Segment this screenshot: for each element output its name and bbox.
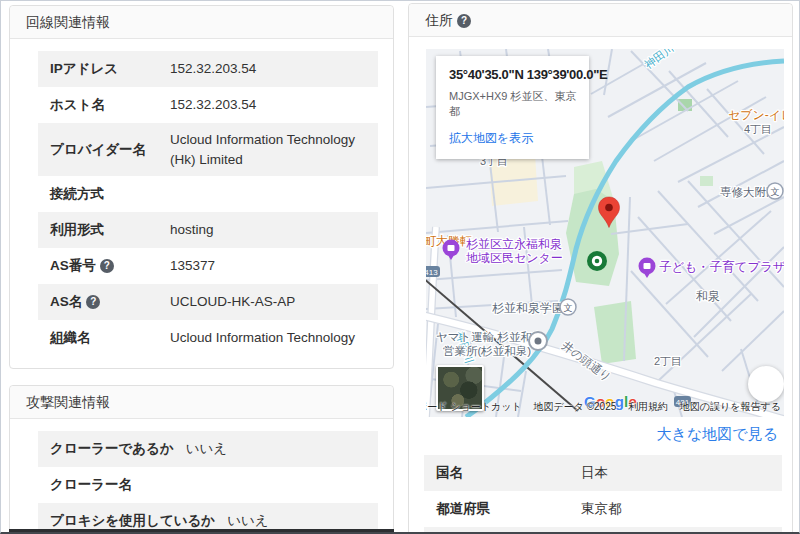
- row-label: IPアドレス: [50, 59, 170, 79]
- route-badge-413: 413: [426, 266, 440, 277]
- poi-label-yamato[interactable]: 営業所(杉並和泉): [443, 345, 531, 357]
- report-error-link[interactable]: 地図の誤りを報告する: [680, 401, 781, 412]
- plus-code-text: MJGX+HX9 杉並区、東京都: [449, 89, 577, 119]
- card-attack-info-title: 攻撃関連情報: [10, 386, 393, 419]
- row-label: クローラーであるか: [50, 439, 186, 459]
- table-row: プロバイダー名 Ucloud Information Technology (H…: [38, 123, 378, 176]
- card-attack-info-body: クローラーであるか いいえ クローラー名 プロキシを使用しているか いいえ: [10, 419, 393, 534]
- table-row: AS名? UCLOUD-HK-AS-AP: [38, 284, 378, 320]
- pan-right-arrow-icon: [771, 380, 779, 388]
- svg-text:文: 文: [771, 187, 780, 197]
- row-label: AS名?: [50, 292, 170, 312]
- row-value: UCLOUD-HK-AS-AP: [170, 292, 366, 312]
- help-icon[interactable]: ?: [457, 14, 471, 28]
- card-line-info: 回線関連情報 IPアドレス 152.32.203.54 ホスト名 152.32.…: [9, 5, 394, 369]
- card-line-info-title: 回線関連情報: [10, 6, 393, 39]
- row-label: AS番号?: [50, 256, 170, 276]
- school-icon[interactable]: 文: [560, 299, 576, 315]
- poi-label-kodomo-plaza[interactable]: 子ども・子育てプラザ和泉: [659, 259, 784, 274]
- row-label: 接続方式: [50, 184, 170, 204]
- bottom-divider: [9, 529, 394, 534]
- card-attack-info: 攻撃関連情報 クローラーであるか いいえ クローラー名 プロキシを使用しているか…: [9, 385, 394, 534]
- help-icon[interactable]: ?: [86, 295, 100, 309]
- park-marker-icon[interactable]: [587, 251, 607, 271]
- svg-text:413: 413: [426, 268, 438, 277]
- map-data-attribution: 地図データ ©2025: [533, 401, 616, 412]
- poi-label-kumin-center[interactable]: 杉並区立永福和泉: [466, 237, 562, 251]
- row-value: いいえ: [227, 511, 366, 531]
- pan-left-arrow-icon: [753, 380, 761, 388]
- terms-link[interactable]: 利用規約: [628, 401, 668, 412]
- row-label: プロバイダー名: [50, 140, 170, 160]
- school-icon[interactable]: 文: [767, 183, 783, 199]
- table-row: クローラー名: [38, 467, 378, 503]
- map-footer: キーボード ショートカット 地図データ ©2025 利用規約 地図の誤りを報告す…: [426, 400, 781, 414]
- ip-info-page: 回線関連情報 IPアドレス 152.32.203.54 ホスト名 152.32.…: [0, 0, 800, 534]
- google-map[interactable]: 413 431 神田川 神田川 3丁目 セブン-イレブ 4丁目 専修大附高: [426, 49, 784, 417]
- table-row: クローラーであるか いいえ: [38, 431, 378, 467]
- table-row: 利用形式 hosting: [38, 212, 378, 248]
- table-row: 都道府県 東京都: [424, 491, 782, 527]
- table-row: 組織名 Ucloud Information Technology: [38, 320, 378, 356]
- table-row: 接続方式: [38, 176, 378, 212]
- card-address-title: 住所?: [409, 4, 792, 37]
- district-label: 4丁目: [744, 123, 772, 135]
- poi-label-izumi-gakuen[interactable]: 杉並和泉学園: [492, 301, 564, 315]
- card-line-info-body: IPアドレス 152.32.203.54 ホスト名 152.32.203.54 …: [10, 39, 393, 368]
- address-table: 国名 日本 都道府県 東京都: [424, 455, 782, 534]
- map-green-patch: [700, 176, 713, 186]
- enlarge-map-link[interactable]: 拡大地図を表示: [449, 130, 533, 147]
- row-label: 組織名: [50, 328, 170, 348]
- transport-icon[interactable]: [529, 332, 547, 350]
- row-value: 152.32.203.54: [170, 95, 366, 115]
- row-value: 152.32.203.54: [170, 59, 366, 79]
- row-value: Ucloud Information Technology: [170, 328, 366, 348]
- row-value: hosting: [170, 220, 366, 240]
- row-label: 都道府県: [436, 499, 581, 519]
- pan-down-arrow-icon: [762, 389, 770, 397]
- row-value: いいえ: [186, 439, 366, 459]
- table-row: 国名 日本: [424, 455, 782, 491]
- pan-control[interactable]: [748, 366, 784, 402]
- svg-text:文: 文: [564, 303, 573, 313]
- help-icon[interactable]: ?: [100, 259, 114, 273]
- pan-up-arrow-icon: [762, 371, 770, 379]
- row-value: Ucloud Information Technology (Hk) Limit…: [170, 130, 366, 169]
- table-row: IPアドレス 152.32.203.54: [38, 51, 378, 87]
- row-label: ホスト名: [50, 95, 170, 115]
- district-label: 和泉: [696, 289, 720, 303]
- table-row: [424, 527, 782, 534]
- row-value: 日本: [581, 463, 770, 483]
- poi-label-seven-eleven[interactable]: セブン-イレブ: [728, 108, 784, 122]
- map-info-card: 35°40'35.0"N 139°39'00.0"E MJGX+HX9 杉並区、…: [436, 56, 589, 159]
- row-label: 利用形式: [50, 220, 170, 240]
- table-row: AS番号? 135377: [38, 248, 378, 284]
- poi-label-kumin-center[interactable]: 地域区民センター: [466, 251, 563, 265]
- keyboard-shortcuts-link[interactable]: キーボード ショートカット: [426, 401, 522, 412]
- card-address-body: 413 431 神田川 神田川 3丁目 セブン-イレブ 4丁目 専修大附高: [409, 37, 792, 534]
- card-address: 住所?: [408, 3, 793, 534]
- view-larger-map-link[interactable]: 大きな地図で見る: [657, 425, 778, 442]
- view-larger-map-row: 大きな地図で見る: [424, 417, 782, 455]
- row-label: プロキシを使用しているか: [50, 511, 227, 531]
- row-value: 135377: [170, 256, 366, 276]
- poi-label-yamato[interactable]: ヤマト運輸 杉並和泉: [436, 331, 544, 343]
- coordinates-text: 35°40'35.0"N 139°39'00.0"E: [449, 67, 577, 82]
- table-row: ホスト名 152.32.203.54: [38, 87, 378, 123]
- row-label: 国名: [436, 463, 581, 483]
- row-label: クローラー名: [50, 475, 170, 495]
- district-label: 2丁目: [654, 355, 682, 367]
- row-value: 東京都: [581, 499, 770, 519]
